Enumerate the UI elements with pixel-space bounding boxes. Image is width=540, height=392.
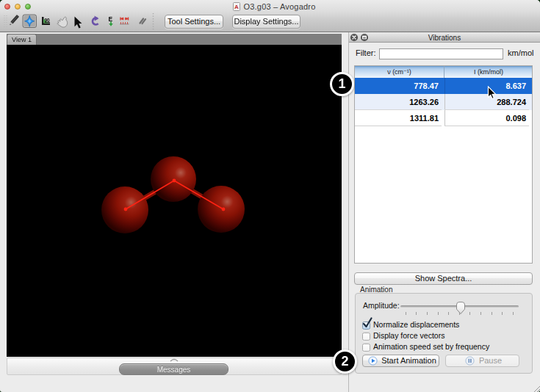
svg-text:A: A — [234, 4, 239, 10]
svg-text:E: E — [109, 15, 113, 23]
svg-text:90: 90 — [45, 18, 51, 23]
